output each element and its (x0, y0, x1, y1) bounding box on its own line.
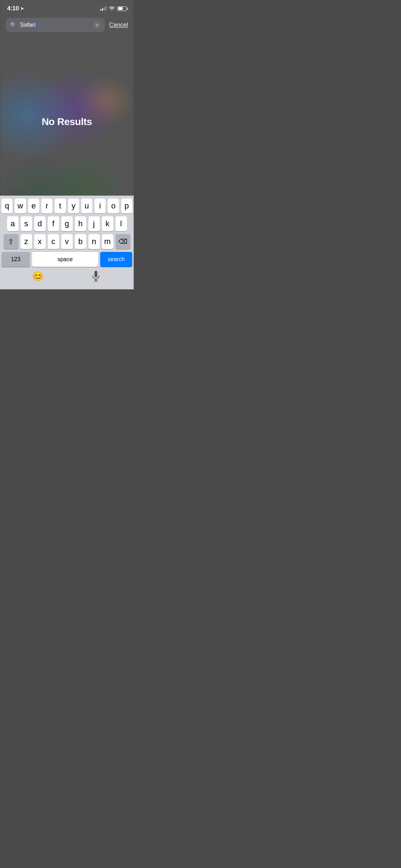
search-input[interactable]: Safari (20, 21, 91, 29)
keyboard-row-1: q w e r t y u i o p (1, 198, 132, 213)
cancel-button[interactable]: Cancel (109, 21, 128, 29)
svg-rect-1 (96, 279, 97, 281)
clear-button[interactable]: × (93, 21, 101, 29)
emoji-button[interactable]: 😊 (32, 270, 44, 282)
location-icon: ➤ (20, 6, 24, 11)
signal-bar-3 (104, 7, 105, 11)
numbers-label: 123 (11, 256, 21, 263)
key-j[interactable]: j (88, 216, 100, 231)
key-e[interactable]: e (28, 198, 39, 213)
keyboard-row-2: a s d f g h j k l (1, 216, 132, 231)
status-right (100, 6, 127, 11)
keyboard[interactable]: q w e r t y u i o p a s d f g h j k l ⇧ … (0, 196, 134, 289)
signal-bars (100, 6, 107, 11)
status-bar: 4:10 ➤ (0, 0, 134, 15)
key-x[interactable]: x (34, 234, 46, 249)
key-f[interactable]: f (48, 216, 59, 231)
search-icon: 🔍 (10, 22, 17, 29)
keyboard-row-3: ⇧ z x c v b n m ⌫ (1, 234, 132, 249)
wifi-icon (109, 6, 115, 11)
numbers-key[interactable]: 123 (1, 252, 30, 267)
key-u[interactable]: u (81, 198, 92, 213)
delete-key[interactable]: ⌫ (115, 234, 130, 249)
key-o[interactable]: o (108, 198, 119, 213)
search-area: 🔍 Safari × Cancel (0, 15, 134, 38)
search-bar[interactable]: 🔍 Safari × (6, 18, 105, 32)
key-c[interactable]: c (48, 234, 59, 249)
svg-rect-0 (94, 271, 97, 277)
cursor (36, 22, 36, 29)
clear-icon: × (96, 22, 98, 28)
shift-key[interactable]: ⇧ (4, 234, 19, 249)
key-w[interactable]: w (15, 198, 26, 213)
no-results-area: No Results (0, 38, 134, 128)
key-l[interactable]: l (115, 216, 127, 231)
search-key[interactable]: search (100, 252, 132, 267)
key-m[interactable]: m (102, 234, 113, 249)
no-results-text: No Results (0, 116, 134, 128)
key-n[interactable]: n (88, 234, 100, 249)
signal-bar-2 (102, 8, 103, 11)
key-i[interactable]: i (94, 198, 106, 213)
time-display: 4:10 (7, 5, 19, 12)
key-t[interactable]: t (55, 198, 66, 213)
key-b[interactable]: b (75, 234, 86, 249)
key-d[interactable]: d (34, 216, 46, 231)
space-key[interactable]: space (32, 252, 98, 267)
key-r[interactable]: r (41, 198, 52, 213)
battery-icon (117, 6, 127, 11)
signal-bar-4 (106, 6, 107, 11)
key-q[interactable]: q (1, 198, 12, 213)
mic-button[interactable] (90, 270, 102, 282)
space-label: space (57, 256, 73, 263)
key-p[interactable]: p (121, 198, 132, 213)
key-s[interactable]: s (21, 216, 32, 231)
svg-rect-2 (94, 281, 98, 281)
status-time: 4:10 ➤ (7, 5, 24, 12)
key-a[interactable]: a (7, 216, 19, 231)
keyboard-bottom-toolbar: 😊 (1, 267, 132, 289)
battery-fill (118, 7, 123, 10)
emoji-icon: 😊 (32, 271, 43, 282)
search-value: Safari (20, 21, 35, 28)
signal-bar-1 (100, 9, 101, 11)
mic-icon (92, 271, 100, 281)
key-g[interactable]: g (61, 216, 73, 231)
key-v[interactable]: v (61, 234, 73, 249)
search-key-label: search (108, 256, 125, 263)
key-k[interactable]: k (102, 216, 113, 231)
shift-icon: ⇧ (8, 237, 14, 246)
key-y[interactable]: y (68, 198, 79, 213)
keyboard-bottom-row: 123 space search (1, 252, 132, 267)
key-z[interactable]: z (21, 234, 32, 249)
key-h[interactable]: h (75, 216, 86, 231)
